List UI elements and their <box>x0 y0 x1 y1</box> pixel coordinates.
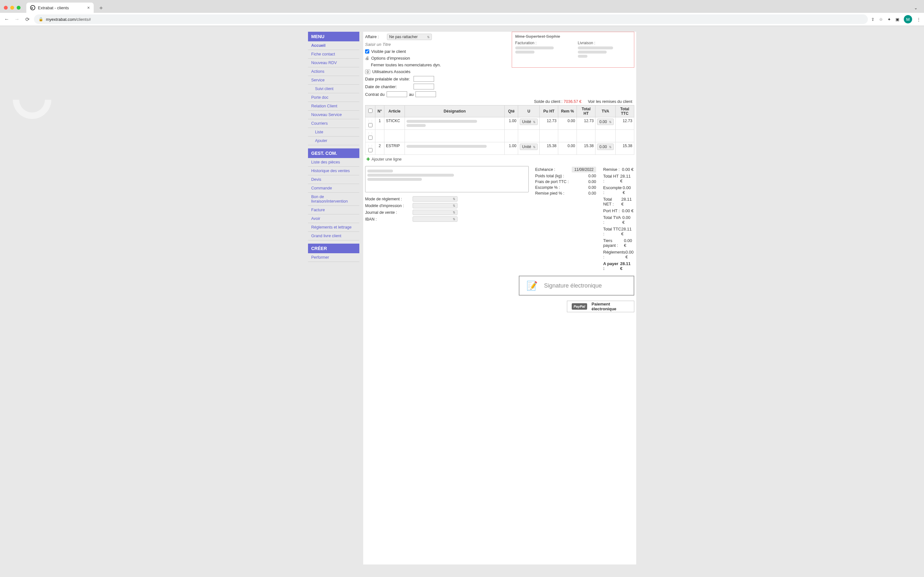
maximize-window[interactable] <box>17 6 21 10</box>
contrat-end-input[interactable] <box>415 91 436 97</box>
sidebar-item-courriers[interactable]: Courriers <box>308 119 359 128</box>
mode-reglement-select[interactable] <box>413 196 457 201</box>
back-button[interactable]: ← <box>3 16 10 22</box>
sidebar-item-porte-doc[interactable]: Porte doc <box>308 93 359 102</box>
users-count: 0 <box>365 69 370 74</box>
date-previsit-input[interactable] <box>414 76 434 82</box>
affaire-label: Affaire : <box>365 35 384 39</box>
row-checkbox[interactable] <box>368 135 373 140</box>
drag-handle-icon[interactable]: ⋮⋮ <box>367 119 373 123</box>
bookmark-icon[interactable]: ☆ <box>879 17 883 22</box>
cell-designation[interactable] <box>405 142 505 155</box>
drag-handle-icon[interactable]: ⋮⋮ <box>367 132 373 135</box>
sidebar-item-performer[interactable]: Performer <box>308 253 359 262</box>
drag-handle-icon[interactable]: ⋮⋮ <box>367 144 373 148</box>
sidepanel-icon[interactable]: ▣ <box>895 17 899 22</box>
sidebar-item-historique-ventes[interactable]: Historique des ventes <box>308 167 359 175</box>
sidebar-item-commande[interactable]: Commande <box>308 184 359 193</box>
cell-article[interactable]: ESTRIP <box>384 142 405 155</box>
journal-vente-select[interactable] <box>413 210 457 215</box>
iban-select[interactable] <box>413 216 457 222</box>
profile-avatar[interactable]: M <box>904 15 912 23</box>
table-row[interactable]: ⋮⋮ 2 ESTRIP 1.00 Unité 15.38 0.00 15.38 … <box>365 142 634 155</box>
date-chantier-input[interactable] <box>414 84 434 89</box>
cell-puht[interactable]: 12.73 <box>540 117 558 130</box>
sidebar-item-accueil[interactable]: Accueil <box>308 41 359 50</box>
sidebar-item-bon-livraison[interactable]: Bon de livraison/intervention <box>308 193 359 206</box>
close-window[interactable] <box>4 6 8 10</box>
contrat-start-input[interactable] <box>387 91 407 97</box>
cell-u[interactable]: Unité <box>518 142 540 155</box>
url-field[interactable]: 🔒 myextrabat.com/clients# <box>34 15 868 24</box>
row-checkbox[interactable] <box>368 148 373 152</box>
sidebar-item-ajouter[interactable]: Ajouter <box>308 137 359 145</box>
affaire-select[interactable]: Ne pas rattacher <box>387 34 432 40</box>
sidebar-item-nouveau-service[interactable]: Nouveau Service <box>308 111 359 119</box>
sidebar-item-reglements[interactable]: Réglements et lettrage <box>308 223 359 232</box>
modele-impression-select[interactable] <box>413 203 457 208</box>
share-icon[interactable]: ⇪ <box>871 17 875 22</box>
close-tab-icon[interactable]: × <box>87 5 90 10</box>
tot-ht-value: 28.11 € <box>620 174 634 183</box>
escompte-pct-value[interactable]: 0.00 <box>588 185 596 190</box>
users-label: Utilisateurs Associés <box>372 69 410 74</box>
cell-qte[interactable]: 1.00 <box>505 142 518 155</box>
browser-tab[interactable]: Extrabat - clients × <box>26 3 94 13</box>
sidebar-item-devis[interactable]: Devis <box>308 175 359 184</box>
reload-button[interactable]: ⟳ <box>24 16 31 23</box>
close-nomenclatures-link[interactable]: Fermer toutes les nomenclatures dyn. <box>371 63 441 67</box>
minimize-window[interactable] <box>10 6 14 10</box>
modele-impression-label: Modèle d'impression : <box>365 203 410 208</box>
cell-tva[interactable]: 0.00 <box>596 142 615 155</box>
chevron-down-icon[interactable]: ⌄ <box>914 5 918 10</box>
view-discounts-link[interactable]: Voir les remises du client <box>588 99 632 104</box>
sidebar-item-facture[interactable]: Facture <box>308 206 359 214</box>
visible-checkbox[interactable] <box>365 49 369 53</box>
signature-button[interactable]: 📝 Signature électronique <box>519 276 634 295</box>
cell-article[interactable]: STICKC <box>384 117 405 130</box>
sidebar-item-nouveau-rdv[interactable]: Nouveau RDV <box>308 59 359 67</box>
cell-n: 2 <box>375 142 384 155</box>
add-line-button[interactable]: ✚ Ajouter une ligne <box>365 155 634 163</box>
sidebar-item-grand-livre[interactable]: Grand livre client <box>308 232 359 240</box>
date-previsit-label: Date préalable de visite: <box>365 77 412 81</box>
sidebar-item-avoir[interactable]: Avoir <box>308 214 359 223</box>
cell-rem[interactable]: 0.00 <box>558 117 577 130</box>
tab-title: Extrabat - clients <box>38 5 69 10</box>
window-controls[interactable] <box>4 6 21 10</box>
echeance-value[interactable]: 11/08/2022 <box>572 167 596 172</box>
billing-label: Facturation : <box>515 41 568 45</box>
sidebar-item-relation-client[interactable]: Relation Client <box>308 102 359 111</box>
sidebar: MENU Accueil Fiche contact Nouveau RDV A… <box>308 32 359 564</box>
cell-tva[interactable]: 0.00 <box>596 117 615 130</box>
cell-u[interactable]: Unité <box>518 117 540 130</box>
sidebar-header-creer: CRÉER <box>308 243 359 253</box>
kebab-menu-icon[interactable]: ⋮ <box>917 17 921 22</box>
tot-reglement-value: 0.00 € <box>625 250 633 259</box>
print-options-link[interactable]: Options d'impression <box>371 56 410 61</box>
sidebar-item-suivi-client[interactable]: Suivi client <box>308 85 359 93</box>
journal-vente-label: Journal de vente : <box>365 210 410 215</box>
th-article: Article <box>384 105 405 117</box>
cell-designation[interactable] <box>405 117 505 130</box>
sidebar-item-fiche-contact[interactable]: Fiche contact <box>308 50 359 59</box>
new-tab-button[interactable]: ＋ <box>98 4 104 11</box>
cell-totalht: 15.38 <box>577 142 596 155</box>
cell-puht[interactable]: 15.38 <box>540 142 558 155</box>
electronic-payment-button[interactable]: PayPal Paiement électronique <box>567 301 634 312</box>
extensions-icon[interactable]: ✦ <box>887 17 891 22</box>
sidebar-item-service[interactable]: Service <box>308 76 359 85</box>
select-all-checkbox[interactable] <box>368 109 373 113</box>
row-checkbox[interactable] <box>368 123 373 127</box>
cell-totalttc: 12.73 <box>615 117 634 130</box>
sidebar-item-liste-pieces[interactable]: Liste des pièces <box>308 158 359 167</box>
cell-rem[interactable]: 0.00 <box>558 142 577 155</box>
notes-textarea[interactable] <box>365 166 529 192</box>
sidebar-item-actions[interactable]: Actions <box>308 67 359 76</box>
table-row[interactable]: ⋮⋮ 1 STICKC 1.00 Unité 12.73 0.00 12.73 … <box>365 117 634 130</box>
remise-pied-value[interactable]: 0.00 <box>588 191 596 195</box>
table-row-empty[interactable]: ⋮⋮ <box>365 130 634 142</box>
cell-qte[interactable]: 1.00 <box>505 117 518 130</box>
sidebar-item-liste[interactable]: Liste <box>308 128 359 137</box>
frais-port-value[interactable]: 0.00 <box>588 179 596 184</box>
